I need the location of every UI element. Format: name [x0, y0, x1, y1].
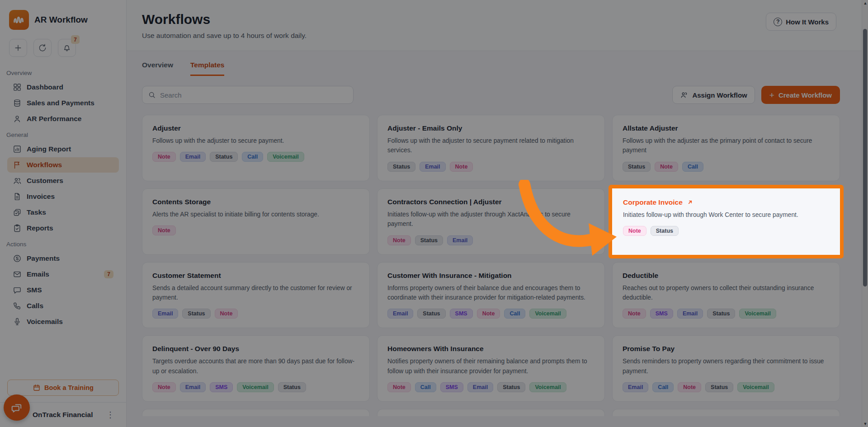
tag: Note: [387, 235, 411, 245]
tag: Email: [420, 162, 445, 172]
sidebar-item-label: AR Performance: [27, 115, 81, 123]
tag: Call: [682, 162, 703, 172]
document-icon: [13, 192, 22, 201]
card-title: Contents Storage: [152, 198, 359, 206]
sidebar-item-payments[interactable]: Payments: [7, 251, 119, 266]
toolbar: Assign Workflow + Create Workflow: [127, 76, 868, 104]
tag: Status: [623, 162, 651, 172]
tab-overview[interactable]: Overview: [142, 61, 173, 76]
sidebar-item-aging-report[interactable]: Aging Report: [7, 141, 119, 157]
tag: Email: [677, 309, 703, 319]
sidebar-nav: Overview Dashboard Sales and Payments AR…: [0, 57, 126, 380]
page-title: Workflows: [142, 12, 832, 27]
add-button[interactable]: [9, 39, 27, 57]
sidebar-item-label: Sales and Payments: [27, 99, 94, 107]
sidebar-item-calls[interactable]: Calls: [7, 298, 119, 314]
refresh-button[interactable]: [33, 39, 52, 57]
card-description: Informs property owners of their balance…: [387, 283, 594, 303]
notifications-button[interactable]: 7: [58, 39, 76, 57]
workflow-card-deductible[interactable]: Deductible Reaches out to property owner…: [612, 262, 840, 328]
tag: Call: [652, 382, 674, 392]
search-input[interactable]: [160, 91, 348, 99]
card-title: Delinquent - Over 90 Days: [152, 345, 359, 353]
workflow-card-allstate-adjuster[interactable]: Allstate Adjuster Follows up with the ad…: [612, 115, 840, 181]
workflow-card-contractors-connection[interactable]: Contractors Connection | Adjuster Initia…: [377, 188, 605, 255]
sidebar-item-dashboard[interactable]: Dashboard: [7, 80, 119, 95]
sidebar-item-label: Dashboard: [27, 83, 63, 91]
search-box[interactable]: [142, 86, 354, 104]
bar-chart-icon: [13, 145, 22, 154]
workflow-card-adjuster-emails-only[interactable]: Adjuster - Emails Only Follows up with t…: [377, 115, 605, 181]
sidebar-item-ar-performance[interactable]: AR Performance: [7, 111, 119, 127]
sidebar-item-sales-and-payments[interactable]: Sales and Payments: [7, 95, 119, 111]
tag: Status: [210, 152, 238, 162]
org-name: OnTrack Financial: [33, 411, 93, 419]
card-description: Sends reminders to property owners regar…: [623, 357, 830, 376]
sidebar-item-reports[interactable]: Reports: [7, 221, 119, 236]
create-workflow-button[interactable]: + Create Workflow: [761, 86, 840, 104]
card-description: Follows up with the adjuster to secure p…: [152, 136, 359, 145]
workflow-card-homeowners-with-insurance[interactable]: Homeowners With Insurance Notifies prope…: [377, 335, 605, 402]
workflow-card-promise-to-pay[interactable]: Promise To Pay Sends reminders to proper…: [612, 335, 840, 402]
scrollbar[interactable]: ▲ ▼: [862, 0, 868, 427]
card-title: Customer With Insurance - Mitigation: [387, 272, 594, 280]
tag: Voicemail: [529, 309, 566, 319]
tag: SMS: [650, 309, 673, 319]
tab-templates[interactable]: Templates: [190, 61, 225, 76]
sidebar-item-customers[interactable]: Customers: [7, 173, 119, 188]
sidebar-item-voicemails[interactable]: Voicemails: [7, 314, 119, 329]
assign-workflow-button[interactable]: Assign Workflow: [672, 86, 755, 104]
org-menu-button[interactable]: ⋮: [104, 410, 117, 420]
tag: Email: [180, 152, 206, 162]
tag: Email: [152, 309, 178, 319]
book-training-button[interactable]: Book a Training: [7, 380, 119, 396]
quick-actions: 7: [0, 30, 126, 57]
workflow-card-customer-statement[interactable]: Customer Statement Sends a detailed acco…: [142, 262, 370, 328]
tag: Status: [705, 382, 733, 392]
tag: Call: [504, 309, 525, 319]
tag: Email: [447, 235, 473, 245]
create-workflow-label: Create Workflow: [778, 91, 832, 99]
sidebar-item-label: Calls: [27, 302, 43, 310]
sidebar-item-invoices[interactable]: Invoices: [7, 189, 119, 204]
card-description: Follows up with the adjuster to secure p…: [387, 136, 594, 155]
workflow-card-customer-with-insurance[interactable]: Customer With Insurance - Mitigation Inf…: [377, 262, 605, 328]
sidebar-item-label: Emails: [27, 270, 49, 278]
sidebar-item-workflows[interactable]: Workflows: [7, 157, 119, 173]
tag: Email: [387, 309, 413, 319]
chat-launcher-button[interactable]: [4, 394, 30, 421]
workflow-card-corporate-invoice-highlighted[interactable]: Corporate Invoice Initiates follow-up wi…: [609, 185, 844, 258]
users-icon: [13, 176, 22, 185]
card-title: Promise To Pay: [623, 345, 830, 353]
tasks-icon: [13, 208, 22, 217]
tag: Note: [623, 309, 646, 319]
tag: Note: [655, 162, 678, 172]
tag: Voicemail: [737, 382, 774, 392]
app-root: AR Workflow 7 Overview Dashboard Sales: [0, 0, 868, 427]
card-description: Notifies property owners of their remain…: [387, 357, 594, 376]
clipboard-check-icon: [13, 224, 22, 233]
card-title: Adjuster: [152, 124, 359, 132]
card-description: Initiates follow-up with the adjuster th…: [387, 210, 594, 229]
workflow-card-partial: [612, 409, 840, 416]
assign-users-icon: [680, 91, 688, 99]
sidebar-item-label: Aging Report: [27, 145, 71, 153]
sidebar-item-emails[interactable]: Emails 7: [7, 267, 119, 282]
nav-section-actions: Actions: [0, 236, 126, 250]
tag: Note: [387, 382, 411, 392]
sidebar-item-tasks[interactable]: Tasks: [7, 205, 119, 220]
tag: Status: [497, 382, 525, 392]
tag: Voicemail: [237, 382, 274, 392]
tag: Email: [180, 382, 206, 392]
workflow-card-adjuster[interactable]: Adjuster Follows up with the adjuster to…: [142, 115, 370, 181]
scroll-down-icon[interactable]: ▼: [862, 422, 868, 426]
sidebar-item-sms[interactable]: SMS: [7, 282, 119, 298]
how-it-works-button[interactable]: ? How It Works: [766, 13, 836, 31]
scroll-up-icon[interactable]: ▲: [862, 1, 868, 5]
scrollbar-thumb[interactable]: [863, 29, 867, 286]
microphone-icon: [13, 317, 22, 326]
workflow-card-contents-storage[interactable]: Contents Storage Alerts the AR specialis…: [142, 188, 370, 255]
chat-icon: [11, 402, 23, 413]
workflow-card-delinquent-over-90[interactable]: Delinquent - Over 90 Days Targets overdu…: [142, 335, 370, 402]
sidebar-item-label: Workflows: [27, 161, 62, 169]
